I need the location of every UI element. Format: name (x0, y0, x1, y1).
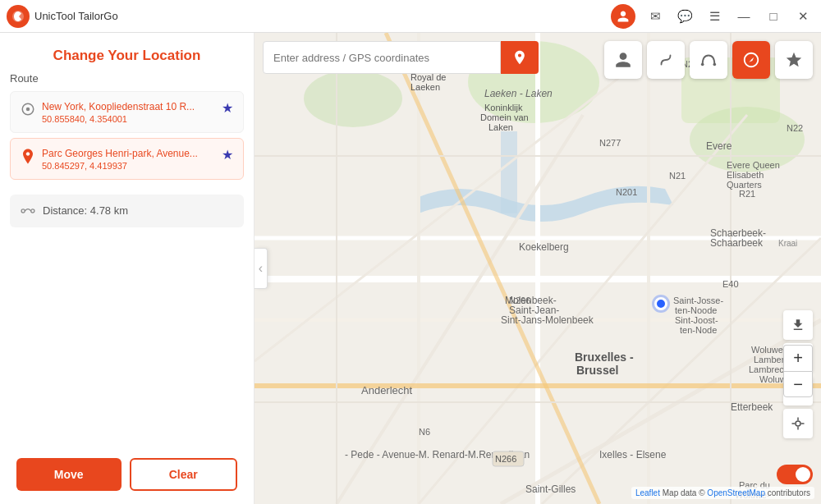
svg-text:N266: N266 (495, 454, 516, 464)
user-avatar[interactable] (611, 4, 635, 29)
svg-text:ten-Node: ten-Node (680, 325, 717, 335)
route-curve-tool-button[interactable] (690, 41, 727, 79)
waypoint-1-star[interactable]: ★ (222, 100, 233, 116)
route-s-tool-button[interactable] (647, 41, 685, 79)
zoom-in-button[interactable]: + (783, 345, 813, 371)
close-button[interactable]: ✕ (790, 5, 816, 28)
svg-text:Evere Queen: Evere Queen (727, 160, 780, 170)
main-content: Change Your Location Route New York, Koo… (0, 33, 821, 504)
svg-point-75 (701, 63, 704, 66)
panel-actions: Move Clear (0, 445, 254, 504)
waypoint-2-coords: 50.845297, 4.419937 (42, 161, 215, 171)
recenter-button[interactable] (783, 409, 813, 438)
route-curve-icon (699, 51, 718, 69)
person-tool-button[interactable] (604, 41, 642, 79)
svg-text:R21: R21 (739, 189, 755, 199)
waypoint-1-icon (21, 102, 35, 120)
waypoint-2-text: Parc Georges Henri-park, Avenue... 50.84… (42, 147, 215, 171)
titlebar-controls: ✉ 💬 ☰ — □ ✕ (642, 5, 816, 28)
titlebar: UnicTool TailorGo ✉ 💬 ☰ — □ ✕ (0, 0, 821, 33)
svg-text:Evere: Evere (706, 140, 732, 152)
svg-text:N22: N22 (787, 123, 803, 133)
svg-text:Ixelles - Elsene: Ixelles - Elsene (599, 449, 667, 460)
app-title: UnicTool TailorGo (34, 10, 611, 22)
svg-text:Saint-Gilles: Saint-Gilles (525, 483, 576, 495)
zoom-controls: + − (783, 345, 813, 397)
route-label: Route (10, 72, 244, 85)
svg-text:ten-Noode: ten-Noode (675, 305, 717, 315)
waypoint-2-star[interactable]: ★ (222, 147, 233, 163)
svg-text:Bruxelles -: Bruxelles - (575, 351, 634, 364)
route-section: Route New York, Koopliedenstraat 10 R...… (0, 72, 254, 191)
menu-button[interactable]: ☰ (701, 5, 727, 28)
person-icon (614, 51, 632, 69)
map-container[interactable]: N260 A201 N22 19 R21 E40 N201 N21 N277 N… (255, 33, 821, 504)
svg-text:Quarters: Quarters (727, 180, 762, 190)
svg-text:Sint-Joost-: Sint-Joost- (675, 315, 718, 325)
crosshair-icon (791, 416, 805, 431)
maximize-button[interactable]: □ (760, 5, 787, 28)
svg-text:Sint-Jans-Molenbeek: Sint-Jans-Molenbeek (501, 314, 594, 326)
clear-button[interactable]: Clear (130, 458, 238, 491)
waypoint-item-2: Parc Georges Henri-park, Avenue... 50.84… (10, 138, 244, 180)
map-attribution: Leaflet Map data © OpenStreetMap contrib… (631, 487, 814, 499)
route-s-icon (657, 51, 675, 69)
search-bar (263, 41, 539, 74)
current-position-marker (654, 297, 667, 310)
svg-text:E40: E40 (722, 279, 739, 289)
compass-tool-button[interactable] (732, 41, 770, 79)
osm-link[interactable]: OpenStreetMap (707, 488, 765, 497)
svg-point-2 (26, 108, 30, 112)
search-input[interactable] (263, 41, 501, 74)
app-logo (7, 5, 30, 28)
move-button[interactable]: Move (16, 458, 122, 491)
distance-row: Distance: 4.78 km (10, 195, 244, 227)
svg-point-80 (796, 421, 800, 426)
svg-text:Schaarbeek: Schaarbeek (710, 237, 764, 249)
svg-text:Koninklijk: Koninklijk (484, 103, 523, 112)
waypoint-2-name: Parc Georges Henri-park, Avenue... (42, 147, 215, 161)
mail-button[interactable]: ✉ (642, 5, 668, 28)
waypoint-1-text: New York, Koopliedenstraat 10 R... 50.85… (42, 100, 215, 124)
distance-label: Distance: 4.78 km (43, 204, 128, 217)
svg-text:N21: N21 (669, 171, 686, 181)
svg-text:N6: N6 (419, 427, 430, 437)
map-svg: N260 A201 N22 19 R21 E40 N201 N21 N277 N… (255, 33, 821, 504)
svg-text:Elisabeth: Elisabeth (727, 170, 764, 180)
svg-text:Laeken: Laeken (410, 82, 440, 92)
arrow-right-icon (511, 49, 528, 66)
svg-text:Domein van: Domein van (480, 112, 529, 122)
waypoint-2-icon (21, 149, 35, 170)
svg-text:Laeken - Laken: Laeken - Laken (484, 88, 553, 99)
compass-icon (742, 51, 760, 69)
distance-icon (20, 203, 36, 219)
search-button[interactable] (501, 41, 539, 74)
svg-text:Koekelberg: Koekelberg (519, 241, 569, 253)
svg-text:N201: N201 (616, 187, 637, 197)
svg-point-3 (21, 209, 25, 213)
left-panel: Change Your Location Route New York, Koo… (0, 33, 255, 504)
collapse-panel-button[interactable]: ‹ (255, 248, 268, 289)
waypoint-1-coords: 50.855840, 4.354001 (42, 114, 215, 124)
svg-point-7 (304, 70, 402, 127)
map-toolbar (604, 41, 813, 79)
zoom-out-button[interactable]: − (783, 371, 813, 397)
svg-point-4 (31, 209, 34, 213)
leaflet-link[interactable]: Leaflet (635, 488, 660, 497)
svg-point-76 (713, 63, 717, 66)
svg-text:Brussel: Brussel (576, 364, 618, 377)
waypoint-item-1: New York, Koopliedenstraat 10 R... 50.85… (10, 91, 244, 133)
svg-text:Etterbeek: Etterbeek (731, 401, 773, 413)
minimize-button[interactable]: — (731, 5, 757, 28)
download-button[interactable] (783, 310, 813, 340)
chat-button[interactable]: 💬 (672, 5, 698, 28)
toggle-switch[interactable] (777, 465, 813, 484)
download-icon (791, 318, 805, 332)
star-tool-button[interactable] (775, 41, 813, 79)
panel-title: Change Your Location (0, 33, 254, 72)
svg-text:Kraai: Kraai (778, 239, 797, 248)
svg-text:N277: N277 (599, 138, 621, 148)
svg-text:Saint-Josse-: Saint-Josse- (673, 296, 723, 305)
waypoint-1-name: New York, Koopliedenstraat 10 R... (42, 100, 215, 114)
svg-text:Laken: Laken (488, 122, 513, 132)
